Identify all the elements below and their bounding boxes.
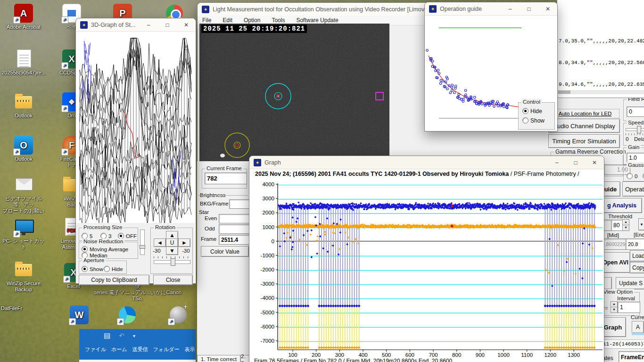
end-label: [End bbox=[634, 232, 644, 238]
graph3d-titlebar[interactable]: ✦ 3D-Graph of St... – □ ✕ bbox=[76, 18, 196, 32]
tab-home[interactable]: ホーム bbox=[111, 346, 127, 353]
rotate-left-button[interactable]: ◄ bbox=[154, 239, 166, 247]
rotate-down-button[interactable]: ▼ bbox=[166, 247, 178, 255]
even-field[interactable] bbox=[219, 214, 253, 223]
svg-text:4000: 4000 bbox=[262, 181, 274, 187]
vertical-slider-track[interactable] bbox=[140, 230, 145, 255]
undo-icon[interactable]: ↶ bbox=[119, 332, 124, 339]
data-hscrollbar-thumb[interactable] bbox=[558, 90, 570, 94]
field-rotation-field[interactable]: 0 bbox=[627, 107, 644, 117]
vertical-slider-thumb[interactable] bbox=[140, 245, 145, 249]
interval-down-spinner[interactable]: ▼ bbox=[611, 307, 618, 313]
aperture-hide-radio[interactable] bbox=[104, 266, 110, 272]
desktop-icon-acrobat[interactable]: A↗ Adobe Acrobat bbox=[1, 4, 46, 30]
close-icon[interactable]: ✕ bbox=[177, 18, 196, 31]
lightcurve-plot[interactable]: 40003000200010000-1000-2000-3000-4000-50… bbox=[249, 180, 604, 361]
rotation-right-value: -30 bbox=[182, 248, 190, 254]
current-combo[interactable]: A bbox=[632, 321, 644, 333]
view-option-group: View Option Interval ▲ ▼ 1 ure bbox=[599, 292, 640, 316]
tab-view[interactable]: 表示 bbox=[185, 346, 195, 353]
desktop-icon-outlook-folder[interactable]: Outlook bbox=[1, 92, 46, 119]
copy-button[interactable]: Copy bbox=[630, 262, 644, 273]
limovie-app-icon: ✦ bbox=[429, 5, 437, 13]
frame-brightness-field[interactable]: 2511.4 bbox=[219, 235, 253, 245]
menu-edit[interactable]: Edit bbox=[223, 17, 232, 24]
operation-button[interactable]: Operat bbox=[622, 181, 644, 197]
desktop-icon-winzip-secure[interactable]: WinZip Secure Backup bbox=[1, 260, 46, 293]
video-frame[interactable]: 2025 11 25 20:19:20:821 bbox=[199, 24, 389, 161]
graph-titlebar[interactable]: ✦ Graph – □ ✕ bbox=[249, 156, 604, 169]
svg-text:300: 300 bbox=[335, 352, 344, 358]
graph-window: ✦ Graph – □ ✕ 2025 Nov 24; (165596) 2001… bbox=[249, 156, 604, 362]
load-button[interactable]: Load bbox=[630, 250, 644, 262]
show-radio[interactable] bbox=[522, 117, 528, 123]
desktop-icon-planetarium[interactable]: ↗ bbox=[156, 305, 201, 326]
aperture-show-label: Show bbox=[90, 266, 103, 272]
end-field[interactable]: 20.8 bbox=[626, 239, 644, 250]
desktop-icon-edge[interactable]: ↗ bbox=[105, 305, 150, 326]
maximize-icon[interactable]: □ bbox=[566, 156, 585, 169]
interval-field[interactable]: 1 bbox=[618, 302, 640, 313]
minimize-icon[interactable]: – bbox=[547, 156, 566, 169]
svg-text:1000: 1000 bbox=[262, 224, 274, 230]
operation-guide-titlebar[interactable]: ✦ Operation guide – □ ✕ bbox=[425, 2, 557, 16]
menu-tools[interactable]: Tools bbox=[272, 17, 285, 24]
update-s-button[interactable]: Update S bbox=[616, 277, 644, 289]
tab-folder[interactable]: フォルダー bbox=[153, 346, 180, 353]
dropdown-icon[interactable]: ▾ bbox=[133, 333, 135, 338]
desktop-icon-202558-doc[interactable]: 202558(90547)re... bbox=[1, 49, 46, 76]
icon-label: WinZip Secure bbox=[1, 280, 46, 287]
hide-radio[interactable] bbox=[522, 108, 528, 114]
desktop-icon-video-upload-note[interactable]: ビデオファイル等、アッ プロードのお願い bbox=[1, 175, 46, 214]
auto-location-led-button[interactable]: Auto Location for LED bbox=[551, 109, 619, 118]
minimize-icon[interactable]: – bbox=[501, 2, 520, 15]
audio-channel-display-button[interactable]: Audio Channel Display bbox=[548, 119, 620, 133]
icon-label: Backup bbox=[1, 287, 46, 293]
desktop-icon-word[interactable]: W↗ bbox=[57, 305, 102, 326]
current-frame-field[interactable]: 782 bbox=[205, 173, 247, 184]
close-icon[interactable]: ✕ bbox=[585, 156, 604, 169]
color-value-button[interactable]: Color Value bbox=[201, 246, 249, 257]
minimize-icon[interactable]: – bbox=[139, 18, 158, 31]
zipper-icon bbox=[17, 100, 29, 102]
odd-field[interactable] bbox=[219, 224, 253, 234]
data-hscrollbar[interactable] bbox=[557, 90, 644, 94]
maximize-icon[interactable]: □ bbox=[158, 18, 177, 31]
menu-option[interactable]: Option bbox=[244, 17, 260, 24]
timing-error-simulation-button[interactable]: Timing Error Simulation bbox=[548, 134, 620, 148]
gaussian-0-radio[interactable] bbox=[627, 173, 633, 179]
threshold-dropdown[interactable]: ▼ bbox=[638, 218, 644, 230]
rotation-slider-thumb[interactable] bbox=[171, 258, 175, 266]
tab-send-receive[interactable]: 送受信 bbox=[132, 346, 148, 353]
desktop-icon-pc-shortcut[interactable]: ↗ PC- ショートカット bbox=[1, 218, 46, 250]
timing-analysis-button[interactable]: g Analysis bbox=[602, 198, 642, 213]
speed-slider-thumb[interactable] bbox=[637, 126, 641, 133]
even-label: Even bbox=[205, 215, 217, 221]
tab-time-correct[interactable]: 1. Time correct bbox=[197, 355, 240, 362]
aperture-show-radio[interactable] bbox=[82, 266, 88, 272]
close-icon[interactable]: ✕ bbox=[538, 2, 557, 15]
speed-slider-track[interactable] bbox=[626, 128, 644, 131]
copy-to-clipboard-button[interactable]: Copy to ClipBoard bbox=[79, 275, 149, 285]
threshold-down-spinner[interactable]: ▼ bbox=[622, 225, 629, 231]
view-option-label: View Option bbox=[602, 289, 634, 295]
menu-file[interactable]: File bbox=[202, 17, 211, 24]
maximize-icon[interactable]: □ bbox=[520, 2, 538, 15]
svg-text:1000: 1000 bbox=[497, 352, 510, 358]
tab-file[interactable]: ファイル bbox=[85, 346, 106, 353]
zipper-icon bbox=[17, 268, 29, 270]
gain-field[interactable]: 1.0 bbox=[627, 153, 644, 163]
close-button[interactable]: Close bbox=[153, 275, 193, 285]
tab-2[interactable]: 2. × bbox=[240, 355, 250, 362]
svg-text:400: 400 bbox=[358, 352, 367, 358]
frame-end-field[interactable]: FrameEn bbox=[619, 351, 644, 362]
svg-text:-7000: -7000 bbox=[261, 338, 274, 344]
notes-icon[interactable]: ▤ bbox=[104, 331, 110, 340]
desktop-icon-outlook-app[interactable]: O↗ Outlook bbox=[1, 136, 46, 162]
size-off-label: OFF bbox=[126, 233, 137, 239]
menu-software-update[interactable]: Software Update bbox=[296, 17, 338, 24]
rotate-right-button[interactable]: ► bbox=[178, 239, 190, 247]
rotation-u-button[interactable]: U bbox=[166, 239, 178, 247]
desktop-icon-datfile[interactable]: DatFileFr bbox=[0, 305, 53, 312]
measurement-data-window[interactable]: 7.0,35.0,"",,,,,20,20,22.48201 8.0,34.9,… bbox=[557, 0, 644, 98]
